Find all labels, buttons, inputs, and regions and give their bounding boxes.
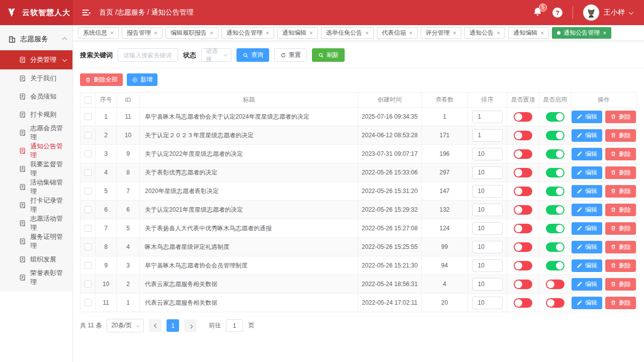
goto-page-input[interactable] xyxy=(226,319,243,332)
enable-toggle[interactable] xyxy=(546,112,565,122)
enable-toggle[interactable] xyxy=(546,261,565,270)
prev-page-button[interactable] xyxy=(149,319,162,332)
close-icon[interactable]: × xyxy=(540,30,544,36)
row-checkbox[interactable] xyxy=(85,281,92,288)
pin-toggle[interactable] xyxy=(514,298,532,308)
pin-toggle[interactable] xyxy=(514,224,532,233)
row-checkbox[interactable] xyxy=(85,206,92,213)
row-checkbox[interactable] xyxy=(85,243,92,250)
close-icon[interactable]: × xyxy=(266,30,269,36)
enable-toggle[interactable] xyxy=(546,205,565,215)
pin-toggle[interactable] xyxy=(514,242,532,252)
delete-button[interactable]: 删除 xyxy=(605,166,636,179)
sidebar-item[interactable]: 通知公告管理 xyxy=(0,142,72,160)
user-menu[interactable]: 王小样 xyxy=(583,5,633,21)
tab[interactable]: 通知公告管理× xyxy=(552,27,611,39)
sort-input[interactable] xyxy=(472,129,503,142)
tab[interactable]: 编辑履职报告× xyxy=(166,27,218,39)
row-checkbox[interactable] xyxy=(85,132,92,139)
pin-toggle[interactable] xyxy=(514,112,532,122)
keyword-input[interactable] xyxy=(118,48,178,62)
sidebar-item[interactable]: 我要监督管理 xyxy=(0,160,72,178)
app-logo[interactable]: 云软智慧人大 xyxy=(0,0,73,25)
delete-all-button[interactable]: 删除全部 xyxy=(80,73,123,86)
sidebar-item[interactable]: 分类管理 xyxy=(0,50,72,69)
delete-button[interactable]: 删除 xyxy=(605,204,636,216)
help-button[interactable]: ? xyxy=(552,8,562,18)
reset-button[interactable]: 重置 xyxy=(274,48,307,62)
sort-input[interactable] xyxy=(472,148,503,160)
notification-bell[interactable]: 5 xyxy=(533,7,542,19)
edit-button[interactable]: 编辑 xyxy=(572,111,602,123)
edit-button[interactable]: 编辑 xyxy=(572,204,602,216)
tab[interactable]: 评分管理× xyxy=(421,27,461,39)
close-icon[interactable]: × xyxy=(497,30,500,36)
close-icon[interactable]: × xyxy=(409,30,413,36)
enable-toggle[interactable] xyxy=(546,187,565,196)
breadcrumb[interactable]: 首页 /志愿服务 / 通知公告管理 xyxy=(99,8,193,17)
collapse-menu-icon[interactable] xyxy=(81,8,91,18)
delete-button[interactable]: 删除 xyxy=(605,241,636,253)
enable-toggle[interactable] xyxy=(546,149,565,159)
sidebar-item[interactable]: 会员须知 xyxy=(0,87,72,106)
enable-toggle[interactable] xyxy=(546,168,565,177)
pin-toggle[interactable] xyxy=(514,205,532,215)
sidebar-item[interactable]: 服务证明管理 xyxy=(0,232,72,250)
sidebar-item[interactable]: 打卡记录管理 xyxy=(0,196,72,214)
sort-input[interactable] xyxy=(472,222,503,235)
sort-input[interactable] xyxy=(472,166,503,179)
row-checkbox[interactable] xyxy=(85,188,92,195)
close-icon[interactable]: × xyxy=(453,30,456,36)
delete-button[interactable]: 删除 xyxy=(605,222,636,235)
sidebar-section-volunteer-service[interactable]: 志愿服务 xyxy=(0,28,72,50)
tab[interactable]: 通知公告× xyxy=(464,27,505,39)
tab[interactable]: 代表信箱× xyxy=(377,27,418,39)
pin-toggle[interactable] xyxy=(514,149,532,159)
row-checkbox[interactable] xyxy=(85,150,92,157)
row-checkbox[interactable] xyxy=(85,113,92,120)
sidebar-item[interactable]: 志愿活动管理 xyxy=(0,214,72,232)
enable-toggle[interactable] xyxy=(546,298,565,308)
edit-button[interactable]: 编辑 xyxy=(572,278,602,291)
select-all-checkbox[interactable] xyxy=(85,97,92,104)
tab[interactable]: 选举任免公告× xyxy=(321,27,374,39)
sidebar-item[interactable]: 组织发展 xyxy=(0,250,72,268)
status-select[interactable]: 请选择 xyxy=(201,48,231,62)
delete-button[interactable]: 删除 xyxy=(605,129,636,142)
sort-input[interactable] xyxy=(472,185,503,198)
tab[interactable]: 报告管理× xyxy=(122,27,163,39)
pin-toggle[interactable] xyxy=(514,187,532,196)
delete-button[interactable]: 删除 xyxy=(605,278,636,291)
enable-toggle[interactable] xyxy=(546,224,565,233)
enable-toggle[interactable] xyxy=(546,280,565,289)
pin-toggle[interactable] xyxy=(514,261,532,270)
sidebar-item[interactable]: 打卡规则 xyxy=(0,106,72,124)
delete-button[interactable]: 删除 xyxy=(605,259,636,272)
edit-button[interactable]: 编辑 xyxy=(572,241,602,253)
edit-button[interactable]: 编辑 xyxy=(572,129,602,142)
row-checkbox[interactable] xyxy=(85,262,92,269)
search-button[interactable]: 查询 xyxy=(236,48,269,62)
tab[interactable]: 通知编辑× xyxy=(277,27,318,39)
edit-button[interactable]: 编辑 xyxy=(572,166,602,179)
pin-toggle[interactable] xyxy=(514,131,532,140)
tab[interactable]: 系统信息× xyxy=(78,27,119,39)
tab[interactable]: 通知编辑× xyxy=(508,27,549,39)
add-button[interactable]: 新增 xyxy=(127,73,157,86)
edit-button[interactable]: 编辑 xyxy=(572,222,602,235)
edit-button[interactable]: 编辑 xyxy=(572,148,602,160)
pin-toggle[interactable] xyxy=(514,168,532,177)
refresh-button[interactable]: 刷新 xyxy=(312,48,345,62)
page-size-select[interactable]: 20条/页 xyxy=(107,319,144,332)
pin-toggle[interactable] xyxy=(514,280,532,289)
close-icon[interactable]: × xyxy=(365,30,369,36)
sort-input[interactable] xyxy=(472,241,503,253)
row-checkbox[interactable] xyxy=(85,299,92,306)
sort-input[interactable] xyxy=(472,297,503,309)
sort-input[interactable] xyxy=(472,111,503,123)
row-checkbox[interactable] xyxy=(85,169,92,176)
edit-button[interactable]: 编辑 xyxy=(572,185,602,198)
delete-button[interactable]: 删除 xyxy=(605,111,636,123)
close-icon[interactable]: × xyxy=(603,30,606,36)
enable-toggle[interactable] xyxy=(546,242,565,252)
